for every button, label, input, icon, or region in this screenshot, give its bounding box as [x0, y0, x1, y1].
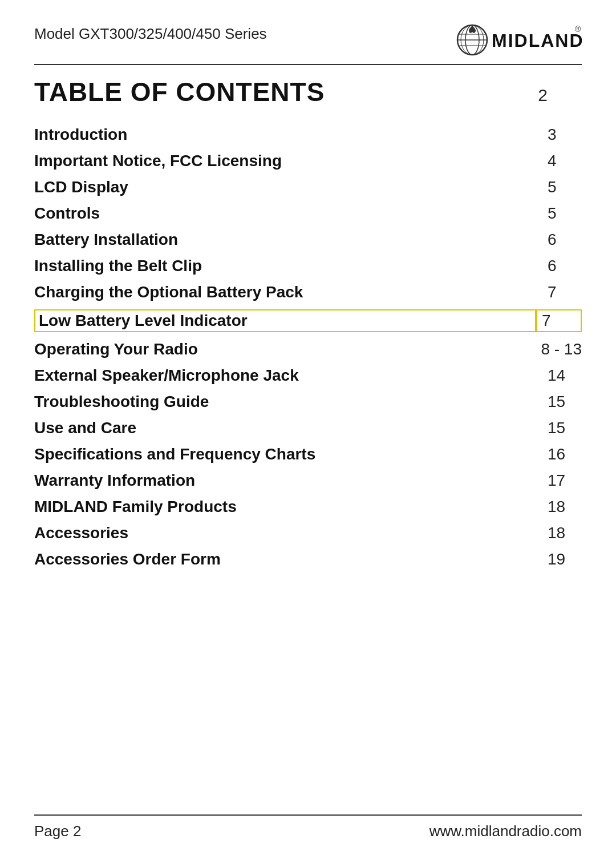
footer: Page 2 www.midlandradio.com [34, 814, 582, 840]
model-text: Model GXT300/325/400/450 Series [34, 23, 267, 43]
toc-item-label: Accessories Order Form [34, 550, 536, 568]
toc-item: External Speaker/Microphone Jack14 [34, 365, 582, 386]
toc-item-page: 7 [536, 309, 582, 332]
toc-item-page: 15 [536, 419, 582, 437]
toc-item: Important Notice, FCC Licensing4 [34, 151, 582, 171]
toc-item-page: 18 [536, 498, 582, 516]
toc-item-label: Use and Care [34, 419, 536, 437]
toc-item-label: Warranty Information [34, 471, 536, 490]
toc-item: Installing the Belt Clip6 [34, 256, 582, 276]
svg-text:MIDLAND: MIDLAND [492, 30, 582, 51]
toc-item: Battery Installation6 [34, 229, 582, 250]
toc-item-label: Charging the Optional Battery Pack [34, 283, 536, 301]
toc-item-page: 17 [536, 471, 582, 490]
toc-item-page: 16 [536, 445, 582, 463]
toc-item-label: Important Notice, FCC Licensing [34, 152, 536, 170]
toc-item: Accessories Order Form19 [34, 549, 582, 570]
toc-item: Charging the Optional Battery Pack7 [34, 282, 582, 303]
toc-item: Specifications and Frequency Charts16 [34, 444, 582, 465]
toc-title: TABLE OF CONTENTS [34, 76, 325, 107]
toc-item-page: 15 [536, 393, 582, 411]
toc-item-page: 6 [536, 257, 582, 275]
footer-page-label: Page 2 [34, 822, 81, 840]
toc-item: Operating Your Radio8 - 13 [34, 339, 582, 360]
toc-item-label: External Speaker/Microphone Jack [34, 366, 536, 385]
toc-item-page: 6 [536, 231, 582, 249]
page-container: Model GXT300/325/400/450 Series [0, 0, 616, 863]
toc-title-page: 2 [538, 86, 582, 105]
header: Model GXT300/325/400/450 Series [34, 23, 582, 65]
svg-text:®: ® [575, 25, 581, 34]
toc-item-label: Accessories [34, 524, 536, 542]
toc-item-page: 5 [536, 178, 582, 196]
toc-item-label: Troubleshooting Guide [34, 393, 536, 411]
toc-item-page: 19 [536, 550, 582, 568]
toc-item: Troubleshooting Guide15 [34, 392, 582, 412]
toc-item-label: MIDLAND Family Products [34, 498, 536, 516]
toc-item-page: 18 [536, 524, 582, 542]
toc-item-page: 3 [536, 126, 582, 144]
toc-item: Warranty Information17 [34, 470, 582, 491]
toc-list: Introduction3Important Notice, FCC Licen… [34, 124, 582, 814]
toc-item: MIDLAND Family Products18 [34, 497, 582, 517]
toc-item-label: Operating Your Radio [34, 340, 529, 358]
toc-item-label: Introduction [34, 126, 536, 144]
toc-item: Low Battery Level Indicator7 [34, 308, 582, 333]
footer-url: www.midlandradio.com [429, 822, 582, 840]
toc-header: TABLE OF CONTENTS 2 [34, 76, 582, 107]
logo-container: MIDLAND ® [456, 23, 582, 57]
toc-item-page: 8 - 13 [529, 340, 582, 358]
toc-item-page: 14 [536, 366, 582, 385]
toc-item: LCD Display5 [34, 177, 582, 197]
toc-item-page: 7 [536, 283, 582, 301]
toc-item: Controls5 [34, 203, 582, 224]
toc-item: Accessories18 [34, 523, 582, 543]
toc-item-label: Battery Installation [34, 231, 536, 249]
toc-item-label: LCD Display [34, 178, 536, 196]
toc-item-label: Controls [34, 204, 536, 223]
toc-item-page: 5 [536, 204, 582, 223]
toc-item: Introduction3 [34, 124, 582, 145]
toc-item-label: Specifications and Frequency Charts [34, 445, 536, 463]
toc-item-label: Low Battery Level Indicator [34, 309, 536, 332]
toc-item: Use and Care15 [34, 418, 582, 438]
midland-logo: MIDLAND ® [456, 23, 582, 57]
toc-item-page: 4 [536, 152, 582, 170]
toc-item-label: Installing the Belt Clip [34, 257, 536, 275]
